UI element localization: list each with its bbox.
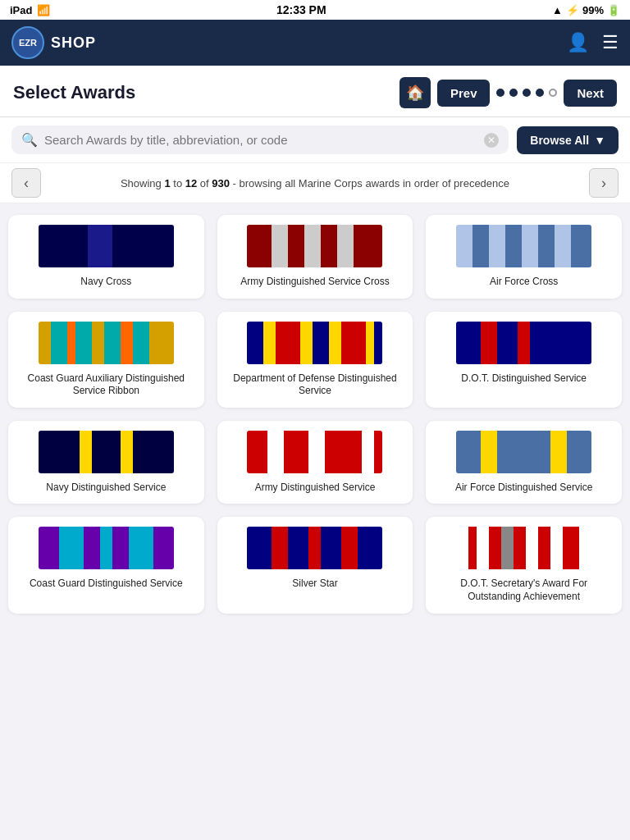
award-ribbon-air-force-cross — [456, 225, 591, 267]
page-header: Select Awards 🏠 Prev Next — [0, 66, 630, 117]
award-name-af-dst: Air Force Distinguished Service — [455, 482, 592, 495]
search-input[interactable] — [44, 133, 477, 147]
award-ribbon-army-distinguished-service-cross — [247, 225, 382, 267]
award-name-dot-sec: D.O.T. Secretary's Award For Outstanding… — [434, 578, 614, 603]
award-ribbon-coast-guard-aux-dst — [39, 322, 174, 364]
next-arrow-button[interactable]: › — [589, 168, 619, 198]
status-right: ▲ ⚡ 99% 🔋 — [552, 4, 620, 16]
award-ribbon-dod-dst — [247, 322, 382, 364]
location-icon: ▲ — [552, 4, 563, 16]
award-card-coast-guard-aux-dst[interactable]: Coast Guard Auxiliary Distinguished Serv… — [8, 312, 204, 408]
user-settings-icon[interactable]: 👤 — [567, 32, 589, 53]
pagination-dot-1[interactable] — [496, 89, 504, 97]
status-time: 12:33 PM — [276, 3, 326, 16]
award-card-af-dst[interactable]: Air Force Distinguished Service — [426, 421, 622, 504]
award-name-navy-dst: Navy Distinguished Service — [46, 482, 166, 495]
search-wrapper: 🔍 ✕ — [11, 126, 509, 154]
header-controls: 🏠 Prev Next — [399, 77, 617, 108]
award-name-navy-cross: Navy Cross — [80, 276, 131, 289]
award-card-air-force-cross[interactable]: Air Force Cross — [426, 215, 622, 299]
award-ribbon-af-dst — [456, 431, 591, 473]
award-name-dot-dst: D.O.T. Distinguished Service — [461, 372, 587, 386]
battery-label: 99% — [582, 4, 604, 16]
award-card-coast-guard-dst[interactable]: Coast Guard Distinguished Service — [8, 517, 204, 613]
award-ribbon-army-dst — [247, 431, 382, 473]
award-name-dod-dst: Department of Defense Distinguished Serv… — [226, 372, 405, 398]
award-ribbon-dot-sec — [456, 527, 591, 569]
status-left: iPad 📶 — [10, 4, 50, 16]
browse-all-button[interactable]: Browse All ▼ — [517, 126, 619, 154]
award-card-silver-star[interactable]: Silver Star — [217, 517, 413, 613]
pagination-info: ‹ Showing 1 to 12 of 930 - browsing all … — [0, 163, 630, 203]
shop-text: SHOP — [51, 34, 96, 52]
pagination-dots — [496, 89, 557, 97]
prev-arrow-button[interactable]: ‹ — [11, 168, 41, 198]
wifi-icon: 📶 — [37, 4, 50, 16]
pagination-text: Showing 1 to 12 of 930 - browsing all Ma… — [41, 177, 589, 189]
awards-grid: Navy CrossArmy Distinguished Service Cro… — [0, 203, 630, 625]
award-ribbon-coast-guard-dst — [39, 527, 174, 569]
award-name-coast-guard-dst: Coast Guard Distinguished Service — [30, 578, 183, 591]
nav-right-icons: 👤 ☰ — [567, 32, 619, 53]
search-container: 🔍 ✕ Browse All ▼ — [0, 117, 630, 163]
award-ribbon-silver-star — [247, 527, 382, 569]
award-card-navy-cross[interactable]: Navy Cross — [8, 215, 204, 299]
battery-icon: 🔋 — [607, 4, 620, 16]
award-name-army-distinguished-service-cross: Army Distinguished Service Cross — [240, 276, 389, 289]
prev-button[interactable]: Prev — [437, 80, 491, 107]
award-ribbon-navy-dst — [39, 431, 174, 473]
award-name-coast-guard-aux-dst: Coast Guard Auxiliary Distinguished Serv… — [16, 372, 196, 398]
search-clear-button[interactable]: ✕ — [484, 133, 499, 148]
bluetooth-icon: ⚡ — [566, 4, 579, 16]
award-name-army-dst: Army Distinguished Service — [255, 482, 376, 495]
award-name-silver-star: Silver Star — [292, 578, 337, 591]
pagination-dot-3[interactable] — [523, 89, 531, 97]
pagination-dot-4[interactable] — [536, 89, 544, 97]
hamburger-menu-icon[interactable]: ☰ — [602, 32, 619, 53]
award-ribbon-dot-dst — [456, 322, 591, 364]
app-logo[interactable]: EZR SHOP — [11, 26, 96, 59]
pagination-dot-2[interactable] — [509, 89, 518, 97]
award-name-air-force-cross: Air Force Cross — [490, 276, 558, 289]
award-card-navy-dst[interactable]: Navy Distinguished Service — [8, 421, 204, 504]
award-card-dod-dst[interactable]: Department of Defense Distinguished Serv… — [217, 312, 413, 408]
device-label: iPad — [10, 4, 32, 16]
pagination-dot-5[interactable] — [549, 89, 557, 97]
status-bar: iPad 📶 12:33 PM ▲ ⚡ 99% 🔋 — [0, 0, 630, 20]
award-card-army-dst[interactable]: Army Distinguished Service — [217, 421, 413, 504]
logo-circle: EZR — [11, 26, 44, 59]
dropdown-icon: ▼ — [594, 134, 605, 147]
nav-bar: EZR SHOP 👤 ☰ — [0, 20, 630, 66]
search-icon: 🔍 — [21, 132, 38, 148]
award-card-army-distinguished-service-cross[interactable]: Army Distinguished Service Cross — [217, 215, 413, 299]
next-button[interactable]: Next — [564, 80, 617, 107]
logo-text: EZR — [19, 38, 37, 48]
home-button[interactable]: 🏠 — [399, 77, 431, 108]
award-card-dot-sec[interactable]: D.O.T. Secretary's Award For Outstanding… — [426, 517, 622, 613]
page-title: Select Awards — [13, 82, 135, 103]
award-card-dot-dst[interactable]: D.O.T. Distinguished Service — [426, 312, 622, 408]
award-ribbon-navy-cross — [39, 225, 174, 267]
